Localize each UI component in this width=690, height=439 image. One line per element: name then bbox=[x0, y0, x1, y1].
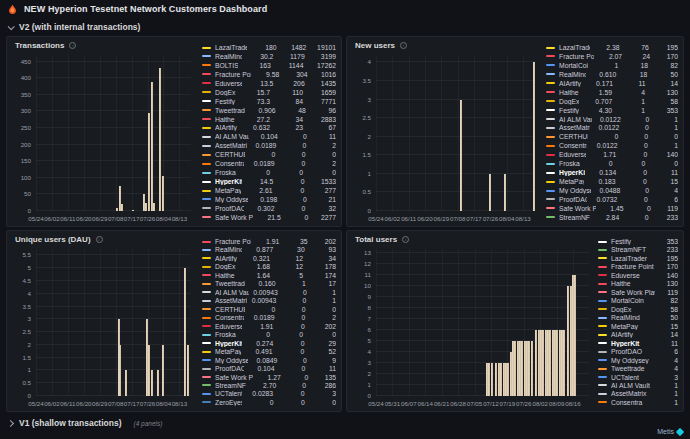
legend-item-certhub[interactable]: CERTHUB000 bbox=[202, 306, 336, 313]
legend-item-froska[interactable]: Froska000 bbox=[202, 331, 336, 338]
series-name[interactable]: AIArtify bbox=[559, 80, 581, 87]
series-name[interactable]: ProofDAO bbox=[611, 348, 654, 355]
series-name[interactable]: Consentra bbox=[559, 142, 587, 149]
series-name[interactable]: StreamNFT bbox=[559, 214, 590, 221]
panel-title[interactable]: Unique users (DAU) bbox=[15, 235, 91, 244]
legend-item-boltis[interactable]: BOLTIS163114417262 bbox=[202, 62, 336, 69]
legend-item-lazaitrader[interactable]: LazaiTrader2.3876195 bbox=[546, 44, 678, 51]
series-name[interactable]: RealMind bbox=[215, 53, 242, 60]
legend-item-haithe[interactable]: Haithe130 bbox=[598, 280, 678, 287]
series-name[interactable]: AI ALM Vault bbox=[215, 133, 249, 140]
series-name[interactable]: AI ALM Vault bbox=[559, 116, 592, 123]
legend-item-festify[interactable]: Festify353 bbox=[598, 238, 678, 245]
legend-item-certhub[interactable]: CERTHUB000 bbox=[546, 133, 678, 140]
series-name[interactable]: My Oddysey bbox=[559, 187, 591, 194]
legend-item-consentra[interactable]: Consentra0.012201 bbox=[546, 142, 678, 149]
row-toggle-v1[interactable]: V1 (shallow transactions) (4 panels) bbox=[8, 418, 162, 428]
series-name[interactable]: HyperKit bbox=[559, 169, 585, 176]
info-icon[interactable]: i bbox=[69, 42, 76, 49]
series-name[interactable]: My Oddysey bbox=[215, 357, 248, 364]
legend-item-hyperkit[interactable]: HyperKit14.501533 bbox=[202, 178, 336, 185]
legend-item-aiartify[interactable]: AIArtify0.1711114 bbox=[546, 80, 678, 87]
series-name[interactable]: Festify bbox=[611, 238, 654, 245]
series-name[interactable]: My Oddysey bbox=[611, 357, 654, 364]
legend-item-dogex[interactable]: DogEx58 bbox=[598, 306, 678, 313]
legend-item-tweettrade[interactable]: Tweettrade0.9064896 bbox=[202, 107, 336, 114]
legend-item-streamnft[interactable]: StreamNFT2.700286 bbox=[202, 382, 336, 389]
legend-item-tweettrade[interactable]: Tweettrade4 bbox=[598, 365, 678, 372]
series-name[interactable]: Froska bbox=[559, 160, 580, 167]
series-name[interactable]: MortalCoin bbox=[559, 62, 588, 69]
series-name[interactable]: UCTalent bbox=[611, 374, 654, 381]
series-name[interactable]: Eduverse bbox=[611, 272, 654, 279]
legend-item-metapay[interactable]: MetaPay15 bbox=[598, 323, 678, 330]
legend-item-hyperkit[interactable]: HyperKit0.274029 bbox=[202, 340, 336, 347]
legend-item-consentra[interactable]: Consentra0.018902 bbox=[202, 314, 336, 321]
transactions-chart[interactable]: 05010015020025030035040045005/2406/0206/… bbox=[13, 55, 193, 222]
legend-item-proofdao[interactable]: ProofDAO0.073206 bbox=[546, 196, 678, 203]
legend-item-haithe[interactable]: Haithe27.2342883 bbox=[202, 116, 336, 123]
legend-item-realmind[interactable]: RealMind30.211793199 bbox=[202, 53, 336, 60]
series-name[interactable]: Eduverse bbox=[559, 151, 586, 158]
series-name[interactable]: LazaiTrader bbox=[215, 44, 247, 51]
legend-item-proofdao[interactable]: ProofDAO0.104011 bbox=[202, 365, 336, 372]
series-name[interactable]: Tweettrade bbox=[611, 365, 654, 372]
series-name[interactable]: BOLTIS bbox=[215, 62, 238, 69]
legend-item-assetmatrix[interactable]: AssetMatrix0.0094301 bbox=[202, 297, 336, 304]
legend-item-realmind[interactable]: RealMind0.8773093 bbox=[202, 246, 336, 253]
legend-item-dogex[interactable]: DogEx0.707158 bbox=[546, 98, 678, 105]
legend-item-ai-alm-vault[interactable]: AI ALM Vault0.104011 bbox=[202, 133, 336, 140]
legend-item-proofdao[interactable]: ProofDAO0.302032 bbox=[202, 205, 336, 212]
series-name[interactable]: Eduverse bbox=[215, 323, 242, 330]
series-name[interactable]: AssetMatrix bbox=[559, 124, 590, 131]
series-name[interactable]: AssetMatrix bbox=[215, 297, 247, 304]
series-name[interactable]: Fracture Point bbox=[215, 71, 251, 78]
legend-item-my-oddysey[interactable]: My Oddysey4 bbox=[598, 357, 678, 364]
legend-item-metapay[interactable]: MetaPay0.491052 bbox=[202, 348, 336, 355]
legend-item-certhub[interactable]: CERTHUB000 bbox=[202, 151, 336, 158]
legend-item-ai-alm-vault[interactable]: AI ALM Vault1 bbox=[598, 382, 678, 389]
series-name[interactable]: AI ALM Vault bbox=[611, 382, 654, 389]
series-name[interactable]: Festify bbox=[215, 98, 237, 105]
series-name[interactable]: Haithe bbox=[611, 280, 654, 287]
series-name[interactable]: MetaPay bbox=[215, 187, 241, 194]
series-name[interactable]: AssetMatrix bbox=[611, 390, 654, 397]
panel-title[interactable]: Transactions bbox=[15, 41, 64, 50]
legend-item-aiartify[interactable]: AIArtify0.6322367 bbox=[202, 124, 336, 131]
series-name[interactable]: AssetMatrix bbox=[215, 142, 247, 149]
legend-item-proofdao[interactable]: ProofDAO6 bbox=[598, 348, 678, 355]
series-name[interactable]: Eduverse bbox=[215, 80, 242, 87]
legend-item-eduverse[interactable]: Eduverse1.710140 bbox=[546, 151, 678, 158]
panel-title[interactable]: New users bbox=[355, 41, 395, 50]
info-icon[interactable]: i bbox=[402, 236, 409, 243]
series-name[interactable]: AI ALM Vault bbox=[215, 289, 249, 296]
legend-item-assetmatrix[interactable]: AssetMatrix0.018902 bbox=[202, 142, 336, 149]
legend-item-realmind[interactable]: RealMind0.6101850 bbox=[546, 71, 678, 78]
total-users-chart[interactable]: 01234567891011121305/2405/3106/0706/1406… bbox=[353, 249, 591, 407]
series-name[interactable]: Safe Work Play bbox=[215, 374, 253, 381]
legend-item-festify[interactable]: Festify4.301353 bbox=[546, 107, 678, 114]
series-name[interactable]: Safe Work Play bbox=[611, 289, 655, 296]
series-name[interactable]: RealMind bbox=[215, 246, 242, 253]
legend-item-haithe[interactable]: Haithe1.645174 bbox=[202, 272, 336, 279]
legend-item-streamnft[interactable]: StreamNFT233 bbox=[598, 246, 678, 253]
unique-users-chart[interactable]: 00.511.522.533.544.555.505/2406/0206/110… bbox=[13, 249, 193, 407]
legend-item-consentra[interactable]: Consentra0.018902 bbox=[202, 160, 336, 167]
legend-item-my-oddysey[interactable]: My Oddysey0.084909 bbox=[202, 357, 336, 364]
series-name[interactable]: Consentra bbox=[215, 160, 244, 167]
series-name[interactable]: Tweettrade bbox=[215, 107, 245, 114]
series-name[interactable]: Haithe bbox=[559, 89, 579, 96]
series-name[interactable]: RealMind bbox=[559, 71, 586, 78]
legend-item-metapay[interactable]: MetaPay0.183015 bbox=[546, 178, 678, 185]
info-icon[interactable]: i bbox=[400, 42, 407, 49]
grafana-logo-icon[interactable] bbox=[7, 4, 18, 15]
series-name[interactable]: CERTHUB bbox=[559, 133, 588, 140]
legend-item-safe-work-play[interactable]: Safe Work Play119 bbox=[598, 289, 678, 296]
legend-item-dogex[interactable]: DogEx15.71101659 bbox=[202, 89, 336, 96]
series-name[interactable]: Froska bbox=[215, 331, 237, 338]
new-users-chart[interactable]: 00.511.522.533.5405/2406/0206/1106/2006/… bbox=[353, 55, 537, 222]
series-name[interactable]: AIArtify bbox=[215, 255, 237, 262]
series-name[interactable]: MetaPay bbox=[611, 323, 654, 330]
series-name[interactable]: ProofDAO bbox=[215, 205, 244, 212]
legend-item-hyperkit[interactable]: HyperKit11 bbox=[598, 340, 678, 347]
